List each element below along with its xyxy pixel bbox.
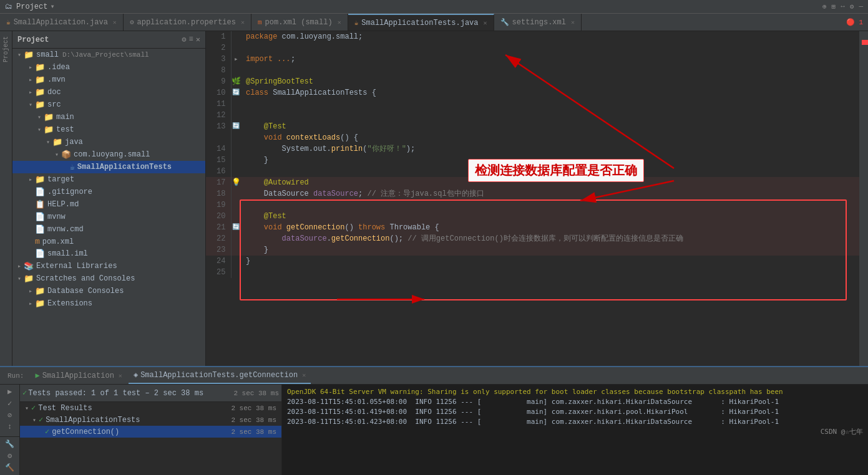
tree-item-mvnwcmd[interactable]: 📄 mvnw.cmd xyxy=(12,223,205,236)
title-bar: 🗂 Project ▾ ⊕ ⊞ ↔ ⚙ — xyxy=(0,0,868,14)
editor-tab-bar: ☕ SmallApplication.java ✕ ⚙ application.… xyxy=(0,14,868,31)
check-button[interactable]: ✓ xyxy=(3,399,17,408)
maven-icon: m xyxy=(258,19,262,26)
line-number: 15 xyxy=(206,155,231,166)
toolbar-icon-nav[interactable]: ↔ xyxy=(841,2,845,11)
tree-item-java[interactable]: ▾ 📁 java xyxy=(12,136,205,148)
tree-label: test xyxy=(56,125,74,134)
sidebar-icon-gear[interactable]: ≡ xyxy=(189,35,193,44)
sidebar-icon-cog[interactable]: ⚙ xyxy=(182,35,186,44)
tree-item-gitignore[interactable]: 📄 .gitignore xyxy=(12,186,205,198)
tree-item-external-libs[interactable]: ▸ 📚 External Libraries xyxy=(12,260,205,272)
line-gutter xyxy=(231,42,241,54)
line-number: 25 xyxy=(206,267,231,278)
sidebar-icon-close[interactable]: ✕ xyxy=(196,35,200,44)
code-editor[interactable]: 检测连接数据库配置是否正确 xyxy=(206,31,859,366)
line-content: } xyxy=(241,256,859,267)
line-content xyxy=(241,42,859,54)
toolbar-icon-structure[interactable]: ⊞ xyxy=(832,2,836,11)
folder-icon: 📁 xyxy=(24,274,34,284)
stop-button[interactable]: ⊘ xyxy=(3,411,17,420)
toolbar-icon-add[interactable]: ⊕ xyxy=(822,2,827,11)
tree-item-doc[interactable]: ▸ 📁 doc xyxy=(12,86,205,98)
tree-item-db-consoles[interactable]: ▸ 📁 Database Consoles xyxy=(12,285,205,297)
tree-item-main[interactable]: ▾ 📁 main xyxy=(12,111,205,123)
tree-item-helpmd[interactable]: 📋 HELP.md xyxy=(12,198,205,211)
tab-close-icon[interactable]: ✕ xyxy=(338,19,341,26)
main-area: Project Project ⚙ ≡ ✕ ▾ 📁 small D:\Java_… xyxy=(0,31,868,366)
bottom-tab-get-connection[interactable]: ◈ SmallApplicationTests.getConnection ✕ xyxy=(129,367,311,384)
toolbar-icon-minus[interactable]: — xyxy=(859,2,863,11)
line-content xyxy=(241,199,859,211)
line-content: void contextLoads() { xyxy=(241,132,859,143)
tree-label: target xyxy=(47,175,74,184)
code-line-16: 16 xyxy=(206,166,859,177)
tab-close-icon[interactable]: ✕ xyxy=(302,372,306,379)
tree-item-small[interactable]: ▾ 📁 small D:\Java_Project\small xyxy=(12,49,205,61)
tab-small-application[interactable]: ☕ SmallApplication.java ✕ xyxy=(0,14,124,31)
line-content: System.out.println("你好呀！"); xyxy=(241,143,859,155)
tree-item-mvnw[interactable]: 📄 mvnw xyxy=(12,211,205,223)
tree-item-scratches[interactable]: ▾ 📁 Scratches and Consoles xyxy=(12,272,205,285)
tree-item-smalliml[interactable]: 📄 small.iml xyxy=(12,247,205,260)
line-content: @Test xyxy=(241,211,859,222)
right-error-indicator xyxy=(859,31,868,366)
sort-asc-button[interactable]: ↕ xyxy=(3,423,17,431)
bottom-tab-small-app[interactable]: ▶ SmallApplication ✕ xyxy=(30,367,127,384)
tree-item-mvn[interactable]: ▸ 📁 .mvn xyxy=(12,74,205,86)
line-gutter: 🌿 xyxy=(231,76,241,87)
code-line-14: 14 System.out.println("你好呀！"); xyxy=(206,143,859,155)
bottom-content: ▶ ✓ ⊘ ↕ ⇅ ≡ ⬆ ⬇ 🔍 ↙ ↗ ⚙ ✓ Tests passed: … xyxy=(0,385,868,475)
tree-item-pomxml[interactable]: m pom.xml xyxy=(12,236,205,247)
tree-arrow: ▸ xyxy=(26,76,35,84)
log-output-panel[interactable]: OpenJDK 64-Bit Server VM warning: Sharin… xyxy=(282,385,868,475)
tab-close-icon[interactable]: ✕ xyxy=(484,19,487,27)
line-gutter xyxy=(231,31,241,42)
tab-label: SmallApplication xyxy=(42,372,114,380)
tree-item-package[interactable]: ▾ 📦 com.luoyang.small xyxy=(12,148,205,161)
test-item-get-connection[interactable]: ✓ getConnection() 2 sec 38 ms xyxy=(20,426,281,438)
project-rail-label: Project xyxy=(2,31,9,67)
tree-label: small xyxy=(36,50,59,59)
tab-close-icon[interactable]: ✕ xyxy=(119,372,122,380)
run-button[interactable]: ▶ xyxy=(3,387,17,396)
toolbar-icon-settings[interactable]: ⚙ xyxy=(850,2,854,11)
pass-icon: ✓ xyxy=(39,415,43,425)
line-content: @Test xyxy=(241,121,859,132)
code-line-17: 17 💡 @Autowired xyxy=(206,177,859,188)
tree-item-small-app-tests[interactable]: ☕ SmallApplicationTests xyxy=(12,161,205,173)
test-item-results[interactable]: ▾ ✓ Test Results 2 sec 38 ms xyxy=(20,402,281,414)
folder-icon: 📚 xyxy=(24,261,34,271)
tab-close-icon[interactable]: ✕ xyxy=(241,19,245,26)
tab-close-icon[interactable]: ✕ xyxy=(113,19,117,26)
tree-item-target[interactable]: ▸ 📁 target xyxy=(12,173,205,186)
tab-settings-xml[interactable]: 🔧 settings.xml ✕ xyxy=(494,14,582,31)
line-number: 11 xyxy=(206,98,231,110)
line-gutter: 🔄 xyxy=(231,87,241,98)
tree-label: java xyxy=(65,138,83,146)
xml-icon: 🔧 xyxy=(500,18,509,26)
tab-label: settings.xml xyxy=(512,18,566,27)
tree-item-test[interactable]: ▾ 📁 test xyxy=(12,123,205,136)
line-number: 1 xyxy=(206,31,231,42)
tree-label: HELP.md xyxy=(47,200,79,209)
tree-item-idea[interactable]: ▸ 📁 .idea xyxy=(12,61,205,74)
code-line-20: 20 @Test xyxy=(206,211,859,222)
pass-icon: ✓ xyxy=(45,427,49,436)
line-content: DataSource dataSource; // 注意：导java.sql包中… xyxy=(241,188,859,199)
code-line-15: 15 } xyxy=(206,155,859,166)
test-item-small-app-tests[interactable]: ▾ ✓ SmallApplicationTests 2 sec 38 ms xyxy=(20,414,281,426)
tree-item-extensions[interactable]: ▸ 📁 Extensions xyxy=(12,297,205,310)
tab-label: application.properties xyxy=(137,18,236,27)
code-line-13a: 13 🔄 @Test xyxy=(206,121,859,132)
tab-small-application-tests[interactable]: ☕ SmallApplicationTests.java ✕ xyxy=(348,14,494,31)
run-icon: ▶ xyxy=(35,371,39,380)
file-icon: 📄 xyxy=(35,187,45,197)
test-results-panel: ✓ Tests passed: 1 of 1 test – 2 sec 38 m… xyxy=(20,385,282,475)
tab-application-properties[interactable]: ⚙ application.properties ✕ xyxy=(124,14,251,31)
tab-pom-xml[interactable]: m pom.xml (small) ✕ xyxy=(251,14,348,31)
tree-item-src[interactable]: ▾ 📁 src xyxy=(12,98,205,111)
line-content: dataSource.getConnection(); // 调用getConn… xyxy=(241,233,859,244)
test-icon: ◈ xyxy=(134,370,138,380)
tab-close-icon[interactable]: ✕ xyxy=(571,19,575,26)
